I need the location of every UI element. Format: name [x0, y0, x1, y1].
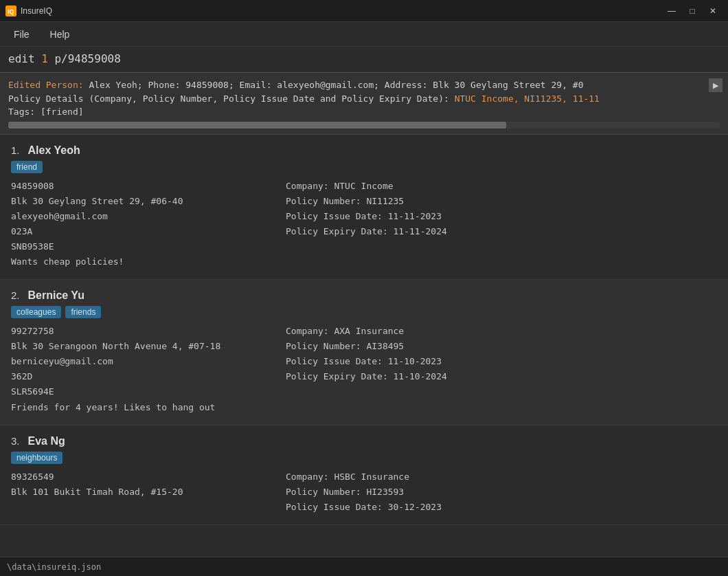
person-name-1: Alex Yeoh [28, 144, 80, 157]
maximize-button[interactable]: □ [683, 4, 702, 18]
tags-row-2: colleagues friends [11, 306, 717, 318]
person-header-2: 2. Bernice Yu [11, 289, 717, 302]
person-card-2: 2. Bernice Yu colleagues friends 9927275… [0, 280, 728, 425]
postal-1: 023A [11, 224, 286, 239]
title-bar: IQ InsureIQ — □ ✕ [0, 0, 728, 22]
window-controls: — □ ✕ [662, 4, 723, 18]
persons-list[interactable]: 1. Alex Yeoh friend 94859008 Blk 30 Geyl… [0, 135, 728, 557]
postal-2: 362D [11, 369, 286, 384]
remark-1: Wants cheap policies! [11, 254, 286, 269]
issue-date-3: Policy Issue Date: 30-12-2023 [286, 500, 717, 515]
phone-1: 94859008 [11, 179, 286, 194]
person-card-1: 1. Alex Yeoh friend 94859008 Blk 30 Geyl… [0, 135, 728, 280]
person-number-2: 2. [11, 289, 20, 301]
tag-friends-2: friends [65, 306, 101, 318]
policy-number-1: Policy Number: NI11235 [286, 194, 717, 209]
info-bar: Edited Person: Alex Yeoh; Phone: 9485900… [0, 73, 728, 135]
issue-date-1: Policy Issue Date: 11-11-2023 [286, 209, 717, 224]
person-number-1: 1. [11, 144, 20, 156]
command-bar: edit 1 p/94859008 [0, 47, 728, 73]
minimize-button[interactable]: — [662, 4, 681, 18]
info-line-3: Tags: [friend] [8, 105, 720, 119]
scroll-indicator[interactable]: ▶ [709, 78, 723, 92]
address-3: Blk 101 Bukit Timah Road, #15-20 [11, 485, 286, 500]
command-input: edit 1 p/94859008 [8, 52, 121, 65]
company-3: Company: HSBC Insurance [286, 469, 717, 485]
close-button[interactable]: ✕ [703, 4, 723, 18]
person-details-3: 89326549 Blk 101 Bukit Timah Road, #15-2… [11, 469, 717, 515]
tags-row-3: neighbours [11, 452, 717, 464]
horizontal-scrollbar[interactable] [8, 122, 720, 129]
company-1: Company: NTUC Income [286, 179, 717, 194]
window-title: InsureIQ [21, 6, 52, 16]
status-path: \data\insureiq.json [7, 562, 101, 572]
remark-2: Friends for 4 years! Likes to hang out [11, 400, 286, 415]
person-header-1: 1. Alex Yeoh [11, 144, 717, 157]
edited-label: Edited Person: [8, 80, 89, 90]
expiry-date-2: Policy Expiry Date: 11-10-2024 [286, 369, 717, 384]
personal-info-3: 89326549 Blk 101 Bukit Timah Road, #15-2… [11, 469, 286, 515]
phone-3: 89326549 [11, 469, 286, 485]
command-number: 1 [41, 52, 48, 65]
menu-bar: File Help [0, 22, 728, 47]
policy-number-3: Policy Number: HI23593 [286, 485, 717, 500]
policy-number-2: Policy Number: AI38495 [286, 339, 717, 354]
command-rest: p/94859008 [48, 52, 121, 65]
person-card-3: 3. Eva Ng neighbours 89326549 Blk 101 Bu… [0, 425, 728, 525]
info-line-2: Policy Details (Company, Policy Number, … [8, 92, 720, 106]
phone-2: 99272758 [11, 324, 286, 339]
tag-neighbours-3: neighbours [11, 452, 62, 464]
tags-row-1: friend [11, 161, 717, 173]
email-2: berniceyu@gmail.com [11, 354, 286, 369]
title-bar-left: IQ InsureIQ [5, 5, 52, 16]
menu-help[interactable]: Help [43, 26, 77, 43]
person-name-3: Eva Ng [28, 435, 65, 447]
policy-info-1: Company: NTUC Income Policy Number: NI11… [286, 179, 717, 270]
person-header-3: 3. Eva Ng [11, 435, 717, 447]
menu-file[interactable]: File [7, 26, 36, 43]
person-details-2: 99272758 Blk 30 Serangoon North Avenue 4… [11, 324, 717, 415]
personal-info-2: 99272758 Blk 30 Serangoon North Avenue 4… [11, 324, 286, 415]
carplate-2: SLR5694E [11, 384, 286, 399]
address-1: Blk 30 Geylang Street 29, #06-40 [11, 194, 286, 209]
policy-info-3: Company: HSBC Insurance Policy Number: H… [286, 469, 717, 515]
address-2: Blk 30 Serangoon North Avenue 4, #07-18 [11, 339, 286, 354]
email-1: alexyeoh@gmail.com [11, 209, 286, 224]
command-prefix: edit [8, 52, 41, 65]
personal-info-1: 94859008 Blk 30 Geylang Street 29, #06-4… [11, 179, 286, 270]
status-bar: \data\insureiq.json [0, 557, 728, 576]
app-icon: IQ [5, 5, 16, 16]
expiry-date-1: Policy Expiry Date: 11-11-2024 [286, 224, 717, 239]
person-name-2: Bernice Yu [28, 289, 84, 302]
tag-friend-1: friend [11, 161, 43, 173]
tag-colleagues-2: colleagues [11, 306, 61, 318]
scrollbar-thumb [8, 122, 506, 129]
carplate-1: SNB9538E [11, 239, 286, 254]
issue-date-2: Policy Issue Date: 11-10-2023 [286, 354, 717, 369]
svg-text:IQ: IQ [8, 8, 14, 15]
person-details-1: 94859008 Blk 30 Geylang Street 29, #06-4… [11, 179, 717, 270]
policy-info-2: Company: AXA Insurance Policy Number: AI… [286, 324, 717, 415]
info-line-1: Edited Person: Alex Yeoh; Phone: 9485900… [8, 78, 720, 92]
person-number-3: 3. [11, 435, 20, 447]
company-2: Company: AXA Insurance [286, 324, 717, 339]
